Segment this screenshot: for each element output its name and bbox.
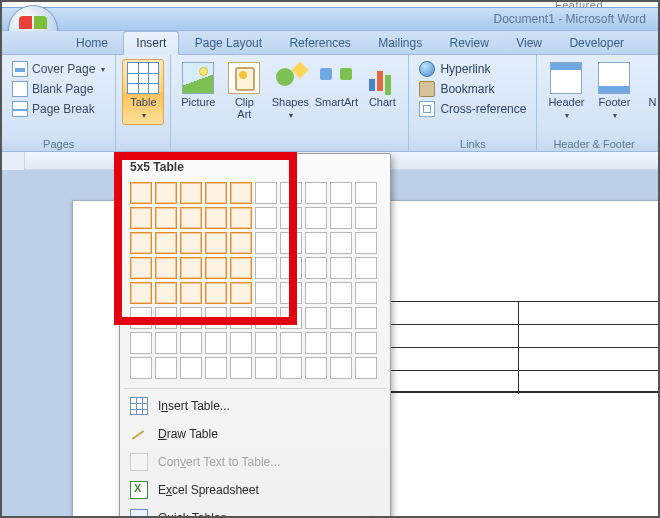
grid-cell[interactable] [330,232,352,254]
table-cell[interactable] [519,325,660,347]
grid-cell[interactable] [255,357,277,379]
grid-cell[interactable] [205,307,227,329]
draw-table-menuitem[interactable]: Draw Table [120,420,390,448]
grid-cell[interactable] [180,357,202,379]
tab-home[interactable]: Home [64,32,120,56]
clipart-button[interactable]: ClipArt [223,59,265,123]
grid-cell[interactable] [130,182,152,204]
tab-page-layout[interactable]: Page Layout [183,32,274,56]
grid-cell[interactable] [155,257,177,279]
grid-cell[interactable] [155,307,177,329]
grid-cell[interactable] [155,332,177,354]
grid-cell[interactable] [280,207,302,229]
grid-cell[interactable] [155,207,177,229]
table-button[interactable]: Table▾ [122,59,164,125]
grid-cell[interactable] [330,282,352,304]
grid-cell[interactable] [130,257,152,279]
crossref-button[interactable]: Cross-reference [415,99,530,119]
grid-cell[interactable] [230,332,252,354]
grid-cell[interactable] [305,207,327,229]
grid-cell[interactable] [205,207,227,229]
grid-cell[interactable] [255,207,277,229]
grid-cell[interactable] [180,307,202,329]
grid-cell[interactable] [330,357,352,379]
table-cell[interactable] [519,348,660,370]
grid-cell[interactable] [155,282,177,304]
bookmark-button[interactable]: Bookmark [415,79,530,99]
grid-cell[interactable] [205,232,227,254]
grid-cell[interactable] [180,282,202,304]
grid-cell[interactable] [180,182,202,204]
grid-cell[interactable] [155,232,177,254]
tab-insert[interactable]: Insert [123,31,179,55]
table-size-grid[interactable] [120,178,390,385]
grid-cell[interactable] [180,207,202,229]
grid-cell[interactable] [280,257,302,279]
grid-cell[interactable] [130,332,152,354]
grid-cell[interactable] [280,332,302,354]
table-cell[interactable] [519,371,660,394]
page-break-button[interactable]: Page Break [8,99,109,119]
tab-mailings[interactable]: Mailings [366,32,434,56]
grid-cell[interactable] [230,207,252,229]
tab-developer[interactable]: Developer [557,32,636,56]
grid-cell[interactable] [355,282,377,304]
grid-cell[interactable] [305,232,327,254]
grid-cell[interactable] [280,182,302,204]
grid-cell[interactable] [280,307,302,329]
footer-button[interactable]: Footer▾ [593,59,635,125]
grid-cell[interactable] [180,332,202,354]
grid-cell[interactable] [230,357,252,379]
grid-cell[interactable] [305,257,327,279]
grid-cell[interactable] [230,282,252,304]
grid-cell[interactable] [355,357,377,379]
grid-cell[interactable] [130,207,152,229]
excel-spreadsheet-menuitem[interactable]: Excel Spreadsheet [120,476,390,504]
grid-cell[interactable] [305,357,327,379]
grid-cell[interactable] [130,282,152,304]
grid-cell[interactable] [255,282,277,304]
picture-button[interactable]: Picture [177,59,219,111]
grid-cell[interactable] [305,332,327,354]
chart-button[interactable]: Chart [361,59,403,111]
grid-cell[interactable] [355,182,377,204]
grid-cell[interactable] [280,282,302,304]
grid-cell[interactable] [305,182,327,204]
grid-cell[interactable] [355,257,377,279]
grid-cell[interactable] [155,357,177,379]
grid-cell[interactable] [130,357,152,379]
header-button[interactable]: Header▾ [543,59,589,125]
grid-cell[interactable] [230,257,252,279]
grid-cell[interactable] [230,307,252,329]
grid-cell[interactable] [330,207,352,229]
grid-cell[interactable] [355,207,377,229]
grid-cell[interactable] [330,182,352,204]
tab-review[interactable]: Review [438,32,501,56]
grid-cell[interactable] [155,182,177,204]
grid-cell[interactable] [230,232,252,254]
grid-cell[interactable] [255,232,277,254]
grid-cell[interactable] [355,332,377,354]
grid-cell[interactable] [280,357,302,379]
shapes-button[interactable]: Shapes▾ [269,59,311,125]
grid-cell[interactable] [355,307,377,329]
grid-cell[interactable] [355,232,377,254]
grid-cell[interactable] [330,332,352,354]
grid-cell[interactable] [305,282,327,304]
grid-cell[interactable] [255,307,277,329]
grid-cell[interactable] [205,182,227,204]
grid-cell[interactable] [330,257,352,279]
grid-cell[interactable] [230,182,252,204]
grid-cell[interactable] [180,232,202,254]
smartart-button[interactable]: SmartArt [315,59,357,111]
grid-cell[interactable] [305,307,327,329]
grid-cell[interactable] [255,257,277,279]
quick-tables-menuitem[interactable]: Quick Tables ▶ [120,504,390,518]
grid-cell[interactable] [205,257,227,279]
tab-view[interactable]: View [504,32,554,56]
insert-table-menuitem[interactable]: Insert Table... [120,392,390,420]
grid-cell[interactable] [280,232,302,254]
grid-cell[interactable] [205,282,227,304]
grid-cell[interactable] [130,307,152,329]
grid-cell[interactable] [255,332,277,354]
